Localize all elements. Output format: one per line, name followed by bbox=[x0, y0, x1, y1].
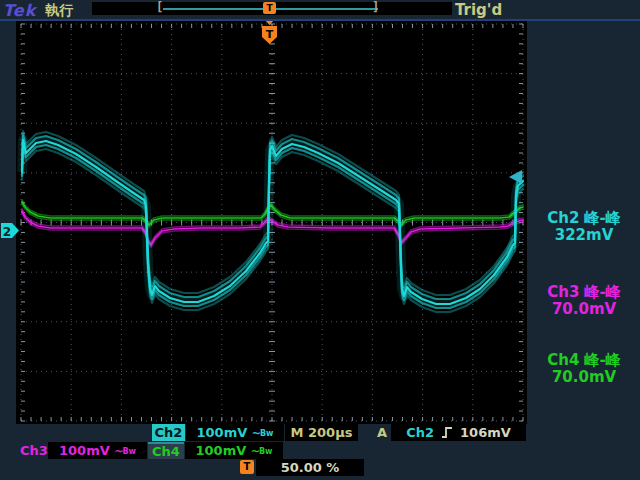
trigger-level: 106mV bbox=[460, 424, 511, 441]
measurement-ch2-pkpk: Ch2 峰-峰 322mV bbox=[528, 210, 640, 244]
measurement-ch3-pkpk: Ch3 峰-峰 70.0mV bbox=[528, 284, 640, 318]
timebase-label: M bbox=[291, 425, 304, 440]
ch2-ground-marker-label: 2 bbox=[3, 225, 11, 239]
ac-coupling-icon: ~ bbox=[114, 445, 122, 458]
bandwidth-limit-icon: Bw bbox=[260, 429, 274, 438]
record-view-right-bracket: ] bbox=[372, 0, 379, 14]
ch3-scale-readout: 100mV ~Bw bbox=[48, 442, 147, 459]
ch4-scale-value: 100mV bbox=[196, 443, 247, 458]
tek-logo: Tek bbox=[3, 1, 36, 20]
measurement-label: Ch2 峰-峰 bbox=[528, 210, 640, 227]
bandwidth-limit-icon: Bw bbox=[259, 447, 273, 456]
horizontal-trigger-icon: T bbox=[240, 460, 254, 474]
trigger-source: Ch2 bbox=[406, 424, 434, 441]
record-view-left-bracket: [ bbox=[156, 0, 163, 14]
status-bar: Tek 執行 [ ] T Trig'd bbox=[0, 0, 640, 21]
ac-coupling-icon: ~ bbox=[251, 445, 259, 458]
trigger-status: Trig'd bbox=[455, 1, 502, 19]
ch4-scale-readout: 100mV ~Bw bbox=[185, 442, 283, 459]
rising-edge-icon bbox=[441, 426, 453, 439]
trigger-position-label: T bbox=[266, 28, 274, 41]
horizontal-position-readout: 50.00 % bbox=[256, 459, 364, 476]
timebase-value: 200µs bbox=[308, 425, 352, 440]
measurement-label: Ch3 峰-峰 bbox=[528, 284, 640, 301]
bandwidth-limit-icon: Bw bbox=[123, 447, 137, 456]
ch2-scale-readout: 100mV ~Bw bbox=[186, 424, 284, 441]
measurement-value: 322mV bbox=[528, 227, 640, 244]
measurement-value: 70.0mV bbox=[528, 301, 640, 318]
ch2-channel-chip: Ch2 bbox=[152, 424, 185, 441]
ac-coupling-icon: ~ bbox=[252, 427, 260, 440]
record-view-bar: [ ] T bbox=[92, 2, 452, 15]
measurement-label: Ch4 峰-峰 bbox=[528, 352, 640, 369]
measurement-value: 70.0mV bbox=[528, 369, 640, 386]
ch2-scale-value: 100mV bbox=[197, 425, 248, 440]
ch3-channel-label: Ch3 bbox=[20, 442, 48, 459]
timebase-readout: M 200µs bbox=[285, 424, 358, 441]
acquisition-status: 執行 bbox=[45, 2, 73, 20]
ch4-channel-chip: Ch4 bbox=[148, 442, 184, 459]
trigger-system-label: A bbox=[377, 424, 387, 441]
trigger-readout: Ch2 106mV bbox=[391, 424, 526, 441]
ch3-scale-value: 100mV bbox=[59, 443, 110, 458]
measurement-ch4-pkpk: Ch4 峰-峰 70.0mV bbox=[528, 352, 640, 386]
record-view-trigger-icon: T bbox=[263, 2, 276, 14]
